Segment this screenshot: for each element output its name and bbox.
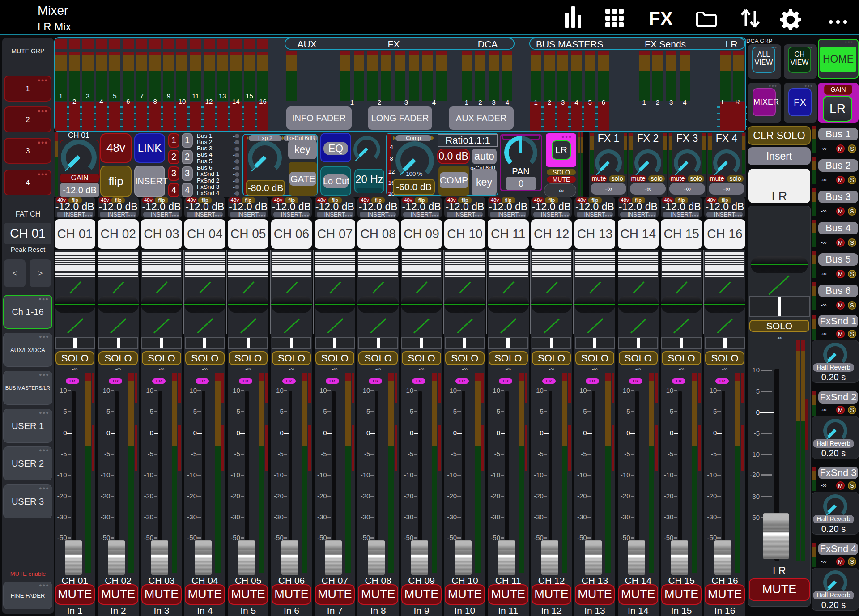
svg-text:FX: FX bbox=[649, 8, 673, 29]
